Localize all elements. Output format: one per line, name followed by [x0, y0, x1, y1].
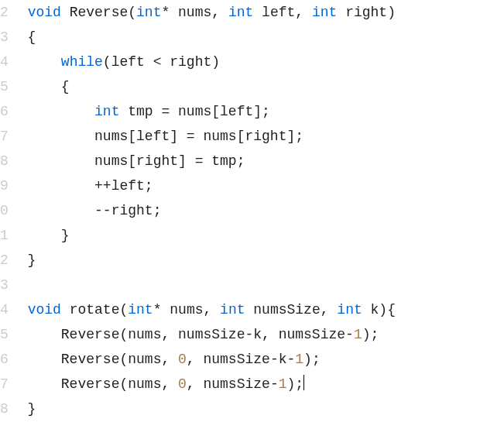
code-token: , numsSize- — [187, 376, 279, 392]
line-number: 2 — [0, 248, 9, 273]
code-line[interactable]: } — [19, 397, 504, 421]
code-token: 1 — [354, 327, 362, 342]
code-line[interactable]: nums[right] = tmp; — [19, 149, 504, 173]
code-editor[interactable]: 23456789012345678 void Reverse(int* nums… — [0, 0, 504, 436]
line-number: 4 — [0, 297, 9, 322]
code-line[interactable]: void Reverse(int* nums, int left, int ri… — [19, 0, 504, 25]
code-token: int — [228, 5, 253, 20]
code-token: right) — [337, 5, 396, 20]
code-token: ); — [362, 327, 379, 342]
code-token — [19, 5, 28, 20]
code-line[interactable]: Reverse(nums, 0, numsSize-1); — [19, 372, 504, 397]
line-number: 0 — [0, 198, 9, 223]
code-token: } — [19, 252, 36, 268]
code-token: void — [28, 5, 61, 20]
code-token: 0 — [178, 352, 187, 367]
code-line[interactable]: ++left; — [19, 173, 504, 198]
code-line[interactable]: } — [19, 248, 504, 273]
code-token: { — [19, 79, 70, 94]
code-token: (left < right) — [103, 54, 220, 70]
code-token: int — [94, 104, 119, 119]
code-token: Reverse(nums, numsSize-k, numsSize- — [19, 327, 354, 342]
code-token: --right; — [19, 203, 162, 218]
code-token: Reverse(nums, — [19, 352, 178, 367]
code-line[interactable]: --right; — [19, 198, 504, 223]
code-token: int — [220, 302, 245, 318]
line-number: 8 — [0, 397, 9, 421]
code-token: int — [128, 302, 153, 318]
code-line[interactable]: while(left < right) — [19, 50, 504, 74]
code-token: 1 — [295, 352, 303, 367]
code-token: Reverse(nums, — [19, 376, 178, 392]
code-token: 0 — [178, 376, 187, 392]
code-token: * nums, — [153, 302, 220, 318]
code-line[interactable]: } — [19, 223, 504, 248]
code-token: while — [61, 54, 103, 70]
code-token: 1 — [279, 376, 287, 392]
line-number: 3 — [0, 25, 9, 50]
code-line[interactable]: int tmp = nums[left]; — [19, 99, 504, 124]
code-line[interactable] — [19, 273, 504, 297]
code-token: tmp = nums[left]; — [119, 104, 269, 119]
code-token: numsSize, — [245, 302, 338, 318]
line-number: 5 — [0, 322, 9, 347]
code-token: Reverse( — [61, 5, 136, 20]
line-number: 1 — [0, 223, 9, 248]
code-token: int — [312, 5, 337, 20]
code-token — [19, 104, 94, 119]
line-number: 9 — [0, 173, 9, 198]
code-token: rotate( — [61, 302, 128, 318]
code-token: nums[right] = tmp; — [19, 153, 245, 169]
code-line[interactable]: Reverse(nums, 0, numsSize-k-1); — [19, 347, 504, 372]
code-line[interactable]: { — [19, 25, 504, 50]
line-number: 3 — [0, 273, 9, 297]
code-token: ++left; — [19, 178, 153, 194]
line-number: 7 — [0, 372, 9, 397]
code-line[interactable]: nums[left] = nums[right]; — [19, 124, 504, 149]
code-token: nums[left] = nums[right]; — [19, 129, 303, 144]
code-line[interactable]: Reverse(nums, numsSize-k, numsSize-1); — [19, 322, 504, 347]
line-number: 5 — [0, 74, 9, 99]
line-number: 8 — [0, 149, 9, 173]
code-token: , numsSize-k- — [187, 352, 295, 367]
line-number: 6 — [0, 347, 9, 372]
code-token: ); — [303, 352, 321, 367]
code-token: { — [19, 29, 36, 45]
line-number-gutter: 23456789012345678 — [0, 0, 13, 436]
code-area[interactable]: void Reverse(int* nums, int left, int ri… — [13, 0, 504, 436]
line-number: 2 — [0, 0, 9, 25]
code-token: int — [136, 5, 161, 20]
code-token — [19, 54, 61, 70]
code-token: * nums, — [161, 5, 228, 20]
line-number: 4 — [0, 50, 9, 74]
line-number: 7 — [0, 124, 9, 149]
code-token: k){ — [362, 302, 396, 318]
code-token: } — [19, 228, 70, 243]
code-token: left, — [253, 5, 312, 20]
text-cursor — [303, 375, 304, 390]
line-number: 6 — [0, 99, 9, 124]
code-token: int — [337, 302, 362, 318]
code-token: } — [19, 401, 36, 417]
code-token: void — [28, 302, 61, 318]
code-line[interactable]: { — [19, 74, 504, 99]
code-token — [19, 302, 28, 318]
code-line[interactable]: void rotate(int* nums, int numsSize, int… — [19, 297, 504, 322]
code-token: ); — [287, 376, 304, 392]
